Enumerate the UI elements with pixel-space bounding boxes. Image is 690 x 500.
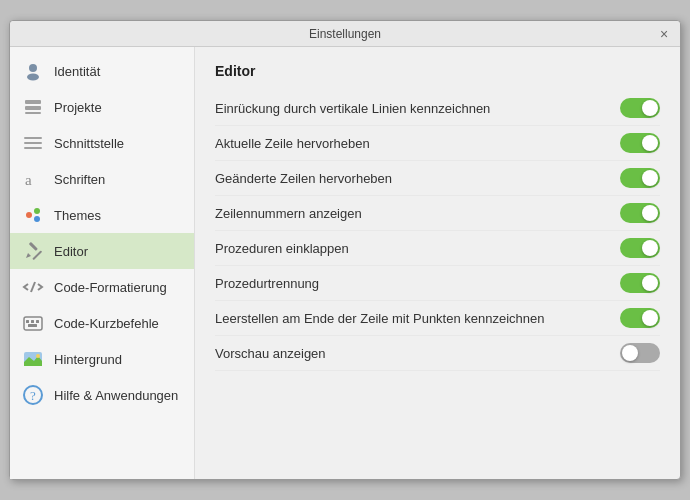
sidebar-item-label: Code-Kurzbefehle <box>54 316 159 331</box>
titlebar: Einstellungen × <box>10 21 680 47</box>
sidebar-item-label: Identität <box>54 64 100 79</box>
sidebar-item-label: Hilfe & Anwendungen <box>54 388 178 403</box>
setting-row-zeilennummern: Zeilennummern anzeigen <box>215 196 660 231</box>
sidebar-item-code-formatierung[interactable]: Code-Formatierung <box>10 269 194 305</box>
toggle-track <box>620 238 660 258</box>
setting-row-geaenderte-zeilen: Geänderte Zeilen hervorheben <box>215 161 660 196</box>
sidebar-item-themes[interactable]: Themes <box>10 197 194 233</box>
interface-icon <box>22 132 44 154</box>
window-title: Einstellungen <box>309 27 381 41</box>
toggle-thumb <box>622 345 638 361</box>
editor-icon <box>22 240 44 262</box>
toggle-track <box>620 168 660 188</box>
toggle-thumb <box>642 240 658 256</box>
toggle-thumb <box>642 100 658 116</box>
sidebar-item-schriften[interactable]: aSchriften <box>10 161 194 197</box>
svg-rect-12 <box>32 250 42 260</box>
svg-text:?: ? <box>30 388 36 403</box>
toggle-track <box>620 308 660 328</box>
fonts-icon: a <box>22 168 44 190</box>
toggle-geaenderte-zeilen[interactable] <box>620 168 660 188</box>
setting-row-einrueckung: Einrückung durch vertikale Linien kennze… <box>215 91 660 126</box>
setting-label: Prozedurtrennung <box>215 276 620 291</box>
svg-point-9 <box>26 212 32 218</box>
toggle-einrueckung[interactable] <box>620 98 660 118</box>
svg-rect-7 <box>24 147 42 149</box>
toggle-prozedurtrennung[interactable] <box>620 273 660 293</box>
svg-rect-3 <box>25 106 41 110</box>
toggle-aktuelle-zeile[interactable] <box>620 133 660 153</box>
sidebar-item-hintergrund[interactable]: Hintergrund <box>10 341 194 377</box>
sidebar-item-label: Editor <box>54 244 88 259</box>
toggle-prozeduren[interactable] <box>620 238 660 258</box>
svg-rect-2 <box>25 100 41 104</box>
code-shortcuts-icon <box>22 312 44 334</box>
toggle-track <box>620 98 660 118</box>
toggle-thumb <box>642 135 658 151</box>
toggle-track <box>620 343 660 363</box>
setting-row-aktuelle-zeile: Aktuelle Zeile hervorheben <box>215 126 660 161</box>
setting-row-vorschau: Vorschau anzeigen <box>215 336 660 371</box>
setting-label: Aktuelle Zeile hervorheben <box>215 136 620 151</box>
toggle-leerstellen[interactable] <box>620 308 660 328</box>
sidebar-item-projekte[interactable]: Projekte <box>10 89 194 125</box>
sidebar-item-identitaet[interactable]: Identität <box>10 53 194 89</box>
svg-rect-17 <box>26 320 29 323</box>
content-area: IdentitätProjekteSchnittstelleaSchriften… <box>10 47 680 479</box>
svg-text:a: a <box>25 172 32 188</box>
sidebar-item-label: Schnittstelle <box>54 136 124 151</box>
sidebar-item-code-kurzbefehle[interactable]: Code-Kurzbefehle <box>10 305 194 341</box>
close-button[interactable]: × <box>656 26 672 42</box>
svg-point-11 <box>34 216 40 222</box>
sidebar-item-editor[interactable]: Editor <box>10 233 194 269</box>
toggle-thumb <box>642 170 658 186</box>
setting-label: Geänderte Zeilen hervorheben <box>215 171 620 186</box>
setting-label: Einrückung durch vertikale Linien kennze… <box>215 101 620 116</box>
code-format-icon <box>22 276 44 298</box>
main-panel: Editor Einrückung durch vertikale Linien… <box>195 47 680 479</box>
svg-rect-16 <box>24 317 42 330</box>
svg-point-1 <box>27 74 39 81</box>
sidebar: IdentitätProjekteSchnittstelleaSchriften… <box>10 47 195 479</box>
svg-marker-13 <box>26 253 31 258</box>
setting-row-leerstellen: Leerstellen am Ende der Zeile mit Punkte… <box>215 301 660 336</box>
projects-icon <box>22 96 44 118</box>
setting-row-prozedurtrennung: Prozedurtrennung <box>215 266 660 301</box>
svg-point-22 <box>36 354 40 358</box>
toggle-thumb <box>642 205 658 221</box>
svg-rect-6 <box>24 142 42 144</box>
toggle-thumb <box>642 310 658 326</box>
themes-icon <box>22 204 44 226</box>
setting-label: Vorschau anzeigen <box>215 346 620 361</box>
svg-rect-4 <box>25 112 41 114</box>
sidebar-item-label: Code-Formatierung <box>54 280 167 295</box>
setting-label: Zeilennummern anzeigen <box>215 206 620 221</box>
sidebar-item-schnittstelle[interactable]: Schnittstelle <box>10 125 194 161</box>
svg-rect-18 <box>31 320 34 323</box>
setting-label: Leerstellen am Ende der Zeile mit Punkte… <box>215 311 620 326</box>
settings-window: Einstellungen × IdentitätProjekteSchnitt… <box>9 20 681 480</box>
setting-label: Prozeduren einklappen <box>215 241 620 256</box>
toggle-track <box>620 133 660 153</box>
user-icon <box>22 60 44 82</box>
background-icon <box>22 348 44 370</box>
svg-point-0 <box>29 64 37 72</box>
svg-rect-20 <box>28 324 37 327</box>
toggle-track <box>620 273 660 293</box>
svg-rect-14 <box>29 242 38 251</box>
svg-line-15 <box>31 282 35 292</box>
svg-rect-19 <box>36 320 39 323</box>
section-title: Editor <box>215 63 660 79</box>
toggle-track <box>620 203 660 223</box>
sidebar-item-label: Themes <box>54 208 101 223</box>
svg-point-10 <box>34 208 40 214</box>
sidebar-item-label: Projekte <box>54 100 102 115</box>
setting-row-prozeduren: Prozeduren einklappen <box>215 231 660 266</box>
svg-rect-5 <box>24 137 42 139</box>
toggle-vorschau[interactable] <box>620 343 660 363</box>
sidebar-item-label: Hintergrund <box>54 352 122 367</box>
sidebar-item-label: Schriften <box>54 172 105 187</box>
toggle-zeilennummern[interactable] <box>620 203 660 223</box>
help-icon: ? <box>22 384 44 406</box>
sidebar-item-hilfe[interactable]: ?Hilfe & Anwendungen <box>10 377 194 413</box>
